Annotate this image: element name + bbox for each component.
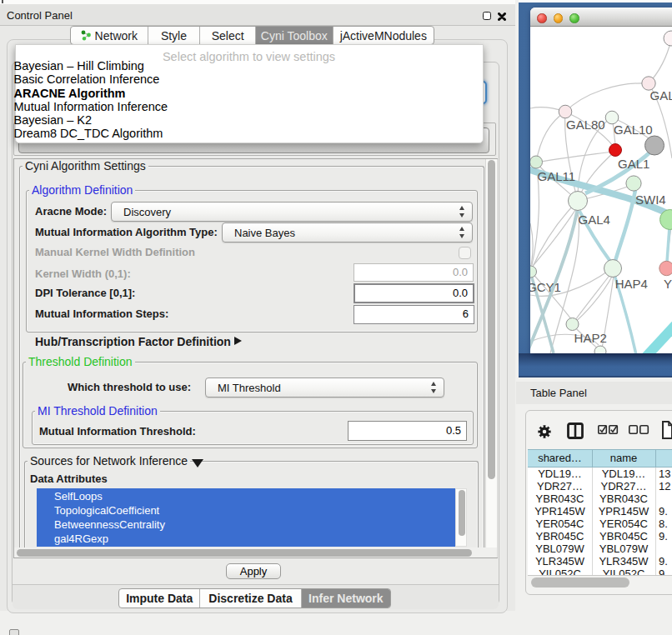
- svg-text:GCY1: GCY1: [530, 280, 561, 294]
- svg-text:GAL7: GAL7: [650, 88, 672, 102]
- svg-text:HAP2: HAP2: [574, 331, 607, 345]
- svg-text:SWI4: SWI4: [635, 192, 666, 207]
- svg-text:GAL10: GAL10: [614, 122, 653, 137]
- svg-text:HAP4: HAP4: [615, 277, 648, 291]
- svg-text:YM: YM: [664, 277, 672, 291]
- svg-text:GAL4: GAL4: [579, 212, 610, 227]
- svg-text:GAL1: GAL1: [618, 157, 649, 171]
- svg-text:GAL11: GAL11: [538, 169, 576, 183]
- svg-text:GAL80: GAL80: [566, 118, 605, 132]
